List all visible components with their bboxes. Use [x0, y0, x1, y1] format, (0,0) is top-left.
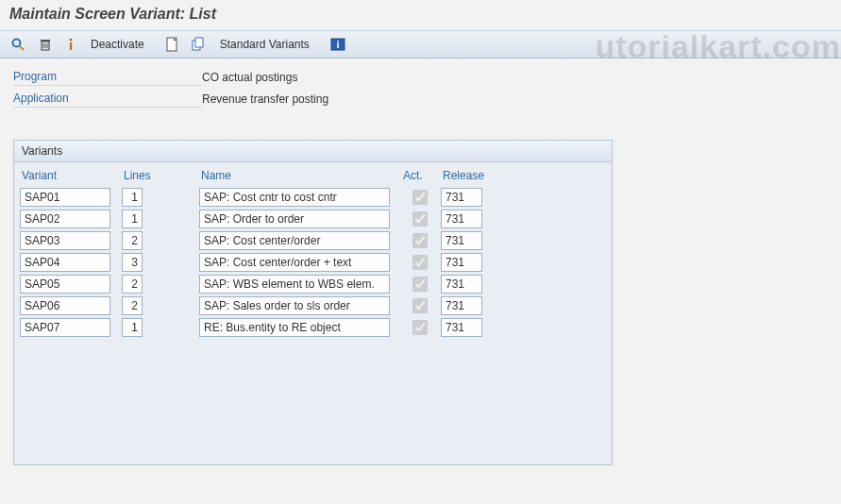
info-button[interactable]: i — [326, 34, 350, 55]
application-value: Revenue transfer posting — [202, 91, 328, 108]
table-row — [20, 208, 606, 229]
active-checkbox — [412, 233, 428, 248]
program-label: Program — [13, 68, 202, 86]
svg-point-7 — [70, 39, 73, 42]
release-field — [441, 253, 482, 272]
release-field — [441, 318, 482, 337]
variants-panel-title: Variants — [14, 141, 612, 162]
svg-line-1 — [20, 46, 24, 50]
lines-input[interactable] — [122, 253, 143, 272]
active-checkbox — [412, 211, 428, 227]
col-header-lines[interactable]: Lines — [122, 165, 195, 186]
program-value: CO actual postings — [202, 69, 297, 86]
col-header-name[interactable]: Name — [199, 165, 397, 186]
header-info: Program CO actual postings Application R… — [0, 59, 841, 130]
delete-button[interactable] — [33, 34, 58, 55]
active-checkbox — [412, 190, 428, 205]
lines-input[interactable] — [122, 318, 143, 337]
variant-input[interactable] — [20, 188, 110, 207]
app-toolbar: Deactivate Standard Variants i — [0, 30, 841, 59]
table-row — [20, 273, 606, 294]
lines-input[interactable] — [122, 188, 143, 207]
col-header-release[interactable]: Release — [441, 165, 497, 186]
active-checkbox — [412, 277, 428, 292]
display-details-button[interactable] — [6, 34, 30, 55]
variant-input[interactable] — [20, 253, 110, 272]
variant-input[interactable] — [20, 275, 110, 294]
release-field — [441, 210, 482, 228]
lines-input[interactable] — [122, 275, 143, 294]
table-row — [20, 316, 606, 338]
col-header-act[interactable]: Act. — [401, 165, 437, 186]
standard-variants-label: Standard Variants — [220, 38, 310, 51]
create-button[interactable] — [160, 34, 183, 55]
name-field — [199, 296, 390, 315]
variants-panel: Variants Variant Lines Name Act. Release — [13, 140, 613, 465]
lines-input[interactable] — [122, 231, 143, 250]
grid-header-row: Variant Lines Name Act. Release — [20, 164, 606, 186]
svg-text:i: i — [336, 39, 339, 50]
copy-button[interactable] — [186, 34, 210, 55]
variant-input[interactable] — [20, 296, 110, 315]
name-field — [199, 231, 390, 250]
active-checkbox — [412, 255, 428, 270]
release-field — [441, 296, 482, 315]
name-field — [199, 275, 390, 294]
col-header-variant[interactable]: Variant — [20, 165, 118, 186]
name-field — [199, 188, 390, 207]
release-field — [441, 188, 482, 207]
lines-input[interactable] — [122, 210, 143, 228]
table-row — [20, 251, 606, 273]
variant-input[interactable] — [20, 210, 110, 228]
title-bar: Maintain Screen Variant: List — [0, 0, 841, 30]
table-row — [20, 294, 606, 316]
variant-input[interactable] — [20, 231, 110, 250]
name-field — [199, 253, 390, 272]
application-label: Application — [13, 90, 202, 108]
svg-rect-12 — [195, 38, 203, 47]
release-field — [441, 231, 482, 250]
table-row — [20, 186, 606, 208]
svg-rect-8 — [70, 42, 72, 50]
page-title: Maintain Screen Variant: List — [9, 6, 216, 22]
table-row — [20, 229, 606, 251]
name-field — [199, 210, 390, 228]
active-checkbox — [412, 320, 428, 335]
deactivate-label: Deactivate — [91, 38, 144, 51]
svg-rect-3 — [41, 40, 50, 42]
svg-point-0 — [13, 40, 21, 47]
deactivate-button[interactable]: Deactivate — [84, 34, 151, 55]
name-field — [199, 318, 390, 337]
lines-input[interactable] — [122, 296, 143, 315]
variant-input[interactable] — [20, 318, 110, 337]
variants-grid: Variant Lines Name Act. Release — [14, 162, 612, 344]
i-object-button[interactable] — [60, 34, 81, 55]
release-field — [441, 275, 482, 294]
active-checkbox — [412, 298, 428, 313]
standard-variants-button[interactable]: Standard Variants — [213, 34, 316, 55]
